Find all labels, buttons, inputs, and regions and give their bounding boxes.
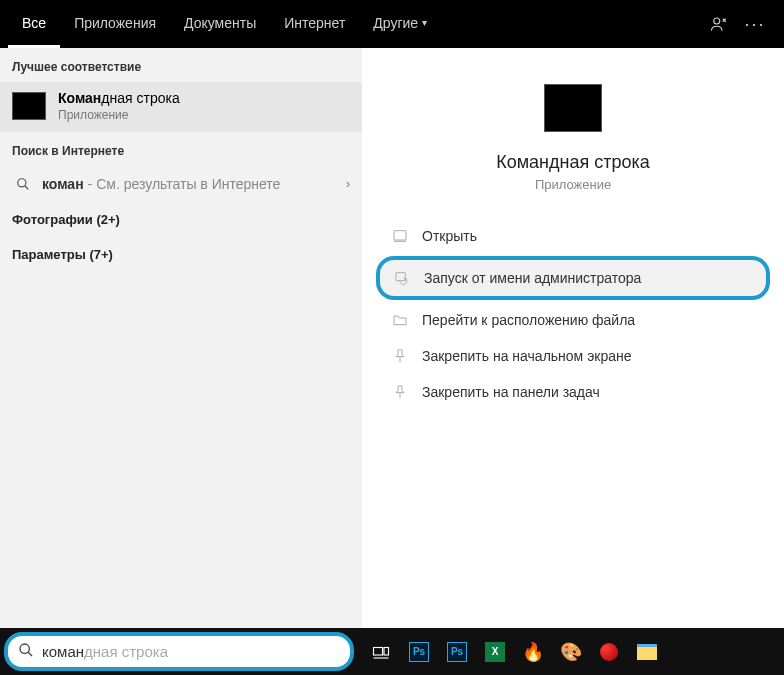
category-settings[interactable]: Параметры (7+): [0, 237, 362, 272]
search-filter-topbar: Все Приложения Документы Интернет Другие…: [0, 0, 784, 48]
search-results-main: Лучшее соответствие Командная строка При…: [0, 48, 784, 628]
chevron-right-icon: ›: [346, 177, 350, 191]
best-match-title: Командная строка: [58, 90, 180, 106]
action-pin-start[interactable]: Закрепить на начальном экране: [380, 338, 766, 374]
chevron-down-icon: ▾: [422, 17, 427, 28]
tab-apps[interactable]: Приложения: [60, 0, 170, 48]
cmd-thumbnail-icon: [12, 92, 46, 120]
svg-point-0: [714, 18, 720, 24]
taskbar-search-box[interactable]: командная строка: [4, 632, 354, 671]
web-search-header: Поиск в Интернете: [0, 132, 362, 166]
pin-taskbar-icon: [388, 384, 412, 400]
tab-web[interactable]: Интернет: [270, 0, 359, 48]
cdburner-app-icon[interactable]: 🔥: [516, 635, 550, 669]
results-left-panel: Лучшее соответствие Командная строка При…: [0, 48, 362, 628]
search-icon: [12, 177, 34, 191]
tab-all[interactable]: Все: [8, 0, 60, 48]
file-explorer-icon[interactable]: [630, 635, 664, 669]
action-pin-taskbar[interactable]: Закрепить на панели задач: [380, 374, 766, 410]
filter-tabs: Все Приложения Документы Интернет Другие…: [8, 0, 441, 48]
preview-app-icon: [544, 84, 602, 132]
taskbar: Ps Ps X 🔥 🎨: [358, 628, 784, 675]
tab-more[interactable]: Другие ▾: [359, 0, 441, 48]
pin-start-icon: [388, 348, 412, 364]
preview-subtitle: Приложение: [535, 177, 611, 192]
svg-rect-2: [394, 231, 406, 240]
action-run-as-admin[interactable]: Запуск от имени администратора: [376, 256, 770, 300]
action-list: Открыть Запуск от имени администратора П…: [362, 214, 784, 410]
more-options-icon[interactable]: ···: [746, 15, 764, 33]
category-photos[interactable]: Фотографии (2+): [0, 202, 362, 237]
opera-app-icon[interactable]: [592, 635, 626, 669]
bottom-bar: командная строка Ps Ps X 🔥 🎨: [0, 628, 784, 675]
task-view-icon[interactable]: [364, 635, 398, 669]
excel-app-icon[interactable]: X: [478, 635, 512, 669]
photoshop-app-icon[interactable]: Ps: [402, 635, 436, 669]
tab-documents[interactable]: Документы: [170, 0, 270, 48]
search-icon: [18, 642, 34, 662]
search-text[interactable]: командная строка: [42, 643, 168, 660]
action-open[interactable]: Открыть: [380, 218, 766, 254]
feedback-icon[interactable]: [710, 15, 728, 33]
web-search-row[interactable]: коман - См. результаты в Интернете ›: [0, 166, 362, 202]
best-match-header: Лучшее соответствие: [0, 48, 362, 82]
svg-point-1: [18, 179, 26, 187]
folder-icon: [388, 312, 412, 328]
svg-rect-6: [384, 647, 389, 655]
svg-rect-3: [396, 273, 405, 281]
preview-right-panel: Командная строка Приложение Открыть Запу…: [362, 48, 784, 628]
search-box-wrap: командная строка: [0, 628, 358, 675]
svg-rect-5: [374, 647, 383, 655]
photoshop-app-icon-2[interactable]: Ps: [440, 635, 474, 669]
paint-app-icon[interactable]: 🎨: [554, 635, 588, 669]
svg-point-4: [20, 644, 29, 653]
action-open-location[interactable]: Перейти к расположению файла: [380, 302, 766, 338]
admin-shield-icon: [390, 270, 414, 286]
preview-title: Командная строка: [496, 152, 650, 173]
best-match-subtitle: Приложение: [58, 108, 180, 122]
open-icon: [388, 228, 412, 244]
best-match-item[interactable]: Командная строка Приложение: [0, 82, 362, 132]
